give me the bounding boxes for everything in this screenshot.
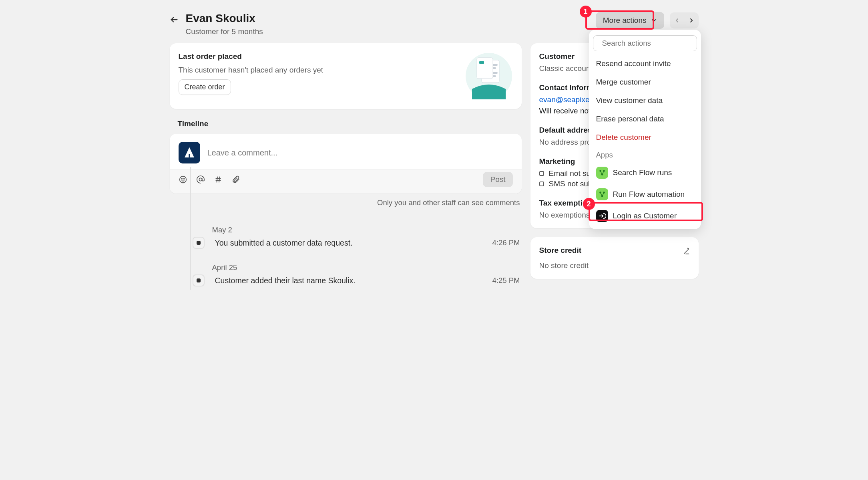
svg-point-13 [181,178,182,179]
post-button[interactable]: Post [483,172,512,187]
next-customer-button[interactable] [684,12,699,28]
annotation-badge-1: 1 [580,6,592,18]
svg-line-19 [219,177,219,183]
avatar [179,142,200,163]
edit-icon[interactable] [682,247,690,257]
action-view-data[interactable]: View customer data [589,91,701,110]
attachment-icon[interactable] [231,175,240,184]
actions-search-input[interactable] [602,39,695,48]
last-order-body: This customer hasn't placed any orders y… [179,66,323,75]
svg-point-15 [199,178,202,181]
more-actions-button[interactable]: More actions [596,12,664,29]
more-actions-label: More actions [603,16,647,25]
store-credit-card: Store credit No store credit [530,237,699,279]
orders-illustration-icon [465,52,513,100]
app-login-as-customer[interactable]: Login as Customer [589,205,701,227]
page-subtitle: Customer for 5 months [186,27,263,36]
last-order-heading: Last order placed [179,52,242,61]
status-dot-icon [539,182,544,186]
timeline-item-text: Customer added their last name Skoulix. [215,276,356,285]
timeline-dot-icon [193,237,205,249]
store-credit-body: No store credit [539,261,690,270]
last-order-card: Last order placed This customer hasn't p… [170,43,522,109]
login-app-icon [596,210,608,222]
svg-rect-10 [479,61,484,64]
page-title: Evan Skoulix [186,12,263,25]
timeline-item: You submitted a customer data request. 4… [194,237,522,249]
emoji-icon[interactable] [179,175,187,184]
prev-customer-button [670,12,684,28]
svg-rect-9 [477,58,493,79]
flow-app-icon [596,167,608,179]
create-order-button[interactable]: Create order [179,79,231,95]
comment-visibility-note: Only you and other staff can see comment… [170,194,522,211]
store-credit-heading: Store credit [539,246,582,255]
timeline-item: Customer added their last name Skoulix. … [194,274,522,286]
action-erase-data[interactable]: Erase personal data [589,110,701,128]
flow-app-icon [596,188,608,200]
timeline-list: May 2 You submitted a customer data requ… [170,211,522,290]
app-search-flow-runs[interactable]: Search Flow runs [589,162,701,184]
action-resend-invite[interactable]: Resend account invite [589,54,701,73]
timeline-item-time: 4:25 PM [492,276,520,285]
timeline-heading: Timeline [170,109,522,134]
mention-icon[interactable] [196,175,205,184]
action-merge-customer[interactable]: Merge customer [589,73,701,91]
svg-point-14 [183,178,184,179]
app-run-flow-automation[interactable]: Run Flow automation [589,184,701,205]
apps-section-label: Apps [589,147,701,162]
status-dot-icon [539,171,544,176]
svg-rect-11 [189,154,190,157]
hashtag-icon[interactable] [214,175,223,184]
back-arrow[interactable] [170,12,179,24]
svg-point-12 [179,176,186,183]
comment-input[interactable] [207,148,513,157]
svg-line-18 [217,177,217,183]
timeline-item-text: You submitted a customer data request. [215,238,353,248]
more-actions-menu: Resend account invite Merge customer Vie… [589,30,701,229]
action-delete-customer[interactable]: Delete customer [589,128,701,147]
timeline-item-time: 4:26 PM [492,238,520,247]
annotation-badge-2: 2 [583,198,595,210]
chevron-down-icon [651,17,657,24]
timeline-date: April 25 [212,263,522,272]
timeline-dot-icon [193,274,205,286]
comment-card: Post [170,134,522,194]
timeline-axis [190,167,191,290]
actions-search[interactable] [593,35,697,51]
timeline-date: May 2 [212,226,522,234]
